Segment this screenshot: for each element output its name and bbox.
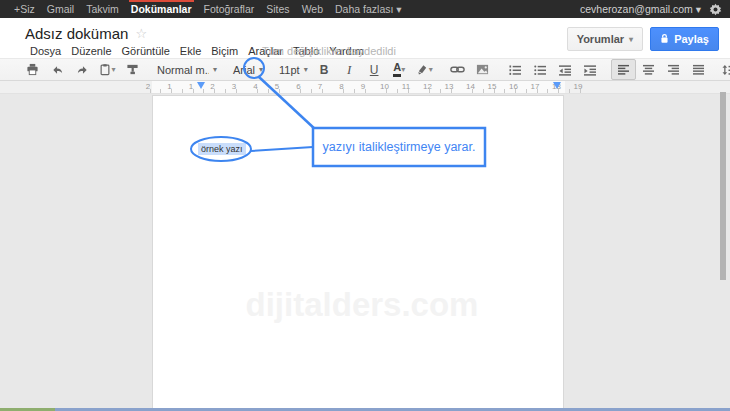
topbar-item[interactable]: +Siz — [8, 0, 41, 18]
topbar-item[interactable]: Fotoğraflar — [198, 0, 261, 18]
chevron-down-icon: ▾ — [259, 65, 263, 74]
right-margin-marker[interactable] — [553, 82, 561, 89]
chevron-down-icon: ▾ — [429, 65, 433, 74]
ruler-label: 2 — [210, 82, 214, 91]
ruler-label: 4 — [253, 82, 257, 91]
chevron-down-icon: ▾ — [629, 35, 633, 44]
ruler-label: 14 — [466, 82, 475, 91]
numbered-list-button[interactable] — [503, 59, 528, 80]
ruler-label: 2 — [146, 82, 150, 91]
text-color-button[interactable]: A▾ — [387, 59, 412, 80]
align-left-button[interactable] — [611, 59, 636, 80]
watermark: dijitalders.com — [227, 286, 497, 324]
justify-button[interactable] — [686, 59, 711, 80]
ruler-label: 3 — [232, 82, 236, 91]
google-docs-window: +Siz Gmail Takvim Dokümanlar Fotoğraflar… — [0, 0, 730, 411]
callout-text-top: yazıyı italikleştirmeye yarar. — [313, 128, 485, 166]
gear-icon[interactable] — [709, 3, 722, 16]
highlight-color-button[interactable]: ▾ — [412, 59, 437, 80]
vertical-scrollbar[interactable] — [720, 92, 726, 280]
menu-item[interactable]: Dosya — [25, 45, 66, 57]
increase-indent-button[interactable] — [578, 59, 603, 80]
topbar-item[interactable]: Daha fazlası ▾ — [329, 0, 408, 18]
undo-button[interactable] — [45, 59, 70, 80]
insert-image-button[interactable] — [470, 59, 495, 80]
ruler-label: 13 — [445, 82, 454, 91]
document-sample-text[interactable]: örnek yazı — [198, 143, 246, 155]
save-status-row: Tüm değişiklikler kaydedildi — [262, 45, 396, 57]
align-right-button[interactable] — [661, 59, 686, 80]
underline-button[interactable]: U — [362, 59, 387, 80]
ruler-label: 15 — [488, 82, 497, 91]
ruler-label: 9 — [361, 82, 365, 91]
chevron-down-icon: ▾ — [213, 65, 217, 74]
bold-button[interactable]: B — [312, 59, 337, 80]
print-button[interactable] — [20, 59, 45, 80]
ruler-label: 17 — [531, 82, 540, 91]
font-dropdown[interactable]: Arial ▾ — [229, 60, 267, 79]
decrease-indent-button[interactable] — [553, 59, 578, 80]
topbar-item[interactable]: Sites — [260, 0, 295, 18]
share-button[interactable]: Paylaş — [650, 27, 719, 51]
menu-item[interactable]: Ekle — [175, 45, 206, 57]
redo-button[interactable] — [70, 59, 95, 80]
menu-item[interactable]: Düzenle — [66, 45, 116, 57]
chevron-down-icon: ▾ — [111, 65, 115, 74]
insert-link-button[interactable] — [445, 59, 470, 80]
doc-header: Adsız doküman ☆ Dosya Düzenle Görüntüle … — [0, 18, 730, 58]
bulleted-list-button[interactable] — [528, 59, 553, 80]
comments-button[interactable]: Yorumlar▾ — [567, 27, 644, 51]
chevron-down-icon: ▾ — [401, 65, 405, 74]
ruler-label: 7 — [318, 82, 322, 91]
left-margin-marker[interactable] — [197, 82, 205, 89]
google-topbar: +Siz Gmail Takvim Dokümanlar Fotoğraflar… — [0, 0, 730, 18]
ruler-label: 12 — [423, 82, 432, 91]
star-icon[interactable]: ☆ — [135, 27, 147, 40]
menu-item[interactable]: Görüntüle — [117, 45, 175, 57]
edit-toolbar: ▾ Normal m... ▾ Arial ▾ 11pt ▾ B I U A▾ … — [0, 58, 730, 81]
ruler: 2112345678910111213141516171819 — [0, 81, 730, 94]
ruler-label: 5 — [275, 82, 279, 91]
ruler-label: 10 — [380, 82, 389, 91]
doc-title[interactable]: Adsız doküman — [25, 25, 128, 42]
ruler-label: 19 — [574, 82, 583, 91]
styles-dropdown[interactable]: Normal m... ▾ — [153, 60, 221, 79]
ruler-label: 16 — [509, 82, 518, 91]
web-clipboard-button[interactable]: ▾ — [95, 59, 120, 80]
account-menu[interactable]: cevherozan@gmail.com ▾ — [580, 3, 701, 15]
topbar-item[interactable]: Takvim — [80, 0, 125, 18]
topbar-item[interactable]: Web — [296, 0, 329, 18]
save-status: Tüm değişiklikler kaydedildi — [262, 45, 396, 57]
ruler-label: 1 — [167, 82, 171, 91]
ruler-label: 11 — [402, 82, 410, 91]
topbar-item[interactable]: Dokümanlar — [125, 0, 198, 18]
align-center-button[interactable] — [636, 59, 661, 80]
italic-button[interactable]: I — [337, 59, 362, 80]
ruler-label: 6 — [296, 82, 300, 91]
chevron-down-icon: ▾ — [304, 65, 308, 74]
lock-icon — [660, 33, 669, 46]
ruler-label: 1 — [189, 82, 193, 91]
line-spacing-button[interactable]: ▾ — [719, 59, 730, 80]
ruler-label: 8 — [339, 82, 343, 91]
topbar-nav: +Siz Gmail Takvim Dokümanlar Fotoğraflar… — [0, 0, 408, 18]
menu-item[interactable]: Biçim — [206, 45, 243, 57]
font-size-dropdown[interactable]: 11pt ▾ — [275, 60, 312, 79]
paint-format-button[interactable] — [120, 59, 145, 80]
topbar-item[interactable]: Gmail — [41, 0, 80, 18]
